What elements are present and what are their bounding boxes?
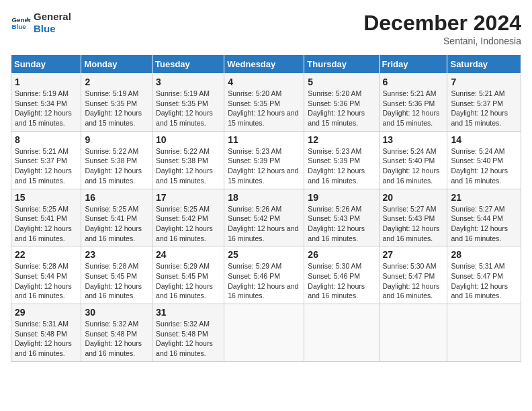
calendar-cell: 20Sunrise: 5:27 AM Sunset: 5:43 PM Dayli… bbox=[379, 189, 447, 246]
day-number: 18 bbox=[228, 192, 300, 203]
day-number: 13 bbox=[383, 134, 444, 145]
calendar-cell: 10Sunrise: 5:22 AM Sunset: 5:38 PM Dayli… bbox=[152, 131, 224, 189]
day-info: Sunrise: 5:31 AM Sunset: 5:48 PM Dayligh… bbox=[15, 319, 77, 359]
day-info: Sunrise: 5:20 AM Sunset: 5:35 PM Dayligh… bbox=[228, 89, 300, 128]
day-number: 14 bbox=[451, 134, 517, 145]
calendar-cell bbox=[447, 304, 521, 362]
day-info: Sunrise: 5:22 AM Sunset: 5:38 PM Dayligh… bbox=[85, 146, 148, 186]
day-number: 6 bbox=[383, 77, 444, 87]
day-info: Sunrise: 5:31 AM Sunset: 5:47 PM Dayligh… bbox=[451, 261, 517, 301]
day-number: 22 bbox=[15, 249, 77, 260]
day-number: 28 bbox=[451, 249, 517, 260]
day-number: 30 bbox=[85, 307, 148, 318]
day-info: Sunrise: 5:30 AM Sunset: 5:46 PM Dayligh… bbox=[308, 261, 375, 301]
calendar-cell bbox=[224, 304, 304, 362]
week-row-2: 8Sunrise: 5:21 AM Sunset: 5:37 PM Daylig… bbox=[11, 131, 521, 189]
calendar-cell: 6Sunrise: 5:21 AM Sunset: 5:36 PM Daylig… bbox=[379, 74, 447, 132]
calendar-cell: 24Sunrise: 5:29 AM Sunset: 5:45 PM Dayli… bbox=[152, 246, 224, 304]
page-header: General Blue General Blue December 2024 … bbox=[11, 11, 521, 46]
calendar-cell: 5Sunrise: 5:20 AM Sunset: 5:36 PM Daylig… bbox=[304, 74, 379, 132]
calendar-cell: 2Sunrise: 5:19 AM Sunset: 5:35 PM Daylig… bbox=[81, 74, 152, 132]
day-info: Sunrise: 5:27 AM Sunset: 5:44 PM Dayligh… bbox=[451, 204, 517, 244]
day-info: Sunrise: 5:25 AM Sunset: 5:41 PM Dayligh… bbox=[15, 204, 77, 244]
day-info: Sunrise: 5:24 AM Sunset: 5:40 PM Dayligh… bbox=[383, 146, 444, 186]
calendar-cell: 19Sunrise: 5:26 AM Sunset: 5:43 PM Dayli… bbox=[304, 189, 379, 246]
logo-blue: Blue bbox=[34, 23, 71, 35]
day-number: 29 bbox=[15, 307, 77, 318]
day-info: Sunrise: 5:28 AM Sunset: 5:44 PM Dayligh… bbox=[15, 261, 77, 301]
weekday-sunday: Sunday bbox=[11, 55, 81, 74]
day-number: 12 bbox=[308, 134, 375, 145]
calendar-cell: 22Sunrise: 5:28 AM Sunset: 5:44 PM Dayli… bbox=[11, 246, 81, 304]
calendar-body: 1Sunrise: 5:19 AM Sunset: 5:34 PM Daylig… bbox=[11, 74, 521, 362]
calendar-cell: 3Sunrise: 5:19 AM Sunset: 5:35 PM Daylig… bbox=[152, 74, 224, 132]
calendar-cell: 31Sunrise: 5:32 AM Sunset: 5:48 PM Dayli… bbox=[152, 304, 224, 362]
calendar-cell: 30Sunrise: 5:32 AM Sunset: 5:48 PM Dayli… bbox=[81, 304, 152, 362]
day-number: 23 bbox=[85, 249, 148, 260]
day-number: 2 bbox=[85, 77, 148, 87]
day-info: Sunrise: 5:32 AM Sunset: 5:48 PM Dayligh… bbox=[85, 319, 148, 359]
week-row-1: 1Sunrise: 5:19 AM Sunset: 5:34 PM Daylig… bbox=[11, 74, 521, 132]
day-number: 7 bbox=[451, 77, 517, 87]
day-number: 10 bbox=[156, 134, 220, 145]
svg-text:Blue: Blue bbox=[12, 23, 27, 30]
day-number: 31 bbox=[156, 307, 220, 318]
day-info: Sunrise: 5:23 AM Sunset: 5:39 PM Dayligh… bbox=[308, 146, 375, 186]
day-info: Sunrise: 5:19 AM Sunset: 5:35 PM Dayligh… bbox=[156, 89, 220, 128]
day-info: Sunrise: 5:21 AM Sunset: 5:37 PM Dayligh… bbox=[451, 89, 517, 128]
day-number: 17 bbox=[156, 192, 220, 203]
weekday-friday: Friday bbox=[379, 55, 447, 74]
calendar-cell: 16Sunrise: 5:25 AM Sunset: 5:41 PM Dayli… bbox=[81, 189, 152, 246]
logo-icon: General Blue bbox=[11, 13, 31, 33]
day-info: Sunrise: 5:28 AM Sunset: 5:45 PM Dayligh… bbox=[85, 261, 148, 301]
day-number: 26 bbox=[308, 249, 375, 260]
week-row-5: 29Sunrise: 5:31 AM Sunset: 5:48 PM Dayli… bbox=[11, 304, 521, 362]
day-info: Sunrise: 5:19 AM Sunset: 5:34 PM Dayligh… bbox=[15, 89, 77, 128]
day-number: 15 bbox=[15, 192, 77, 203]
calendar-cell: 14Sunrise: 5:24 AM Sunset: 5:40 PM Dayli… bbox=[447, 131, 521, 189]
day-info: Sunrise: 5:20 AM Sunset: 5:36 PM Dayligh… bbox=[308, 89, 375, 128]
day-info: Sunrise: 5:26 AM Sunset: 5:43 PM Dayligh… bbox=[308, 204, 375, 244]
day-info: Sunrise: 5:32 AM Sunset: 5:48 PM Dayligh… bbox=[156, 319, 220, 359]
calendar-cell: 15Sunrise: 5:25 AM Sunset: 5:41 PM Dayli… bbox=[11, 189, 81, 246]
calendar-cell: 29Sunrise: 5:31 AM Sunset: 5:48 PM Dayli… bbox=[11, 304, 81, 362]
day-number: 4 bbox=[228, 77, 300, 87]
day-number: 20 bbox=[383, 192, 444, 203]
calendar-cell: 18Sunrise: 5:26 AM Sunset: 5:42 PM Dayli… bbox=[224, 189, 304, 246]
day-number: 19 bbox=[308, 192, 375, 203]
day-number: 11 bbox=[228, 134, 300, 145]
day-number: 16 bbox=[85, 192, 148, 203]
day-info: Sunrise: 5:29 AM Sunset: 5:46 PM Dayligh… bbox=[228, 261, 300, 301]
calendar-table: SundayMondayTuesdayWednesdayThursdayFrid… bbox=[11, 54, 521, 362]
location: Sentani, Indonesia bbox=[363, 36, 521, 46]
calendar-cell: 17Sunrise: 5:25 AM Sunset: 5:42 PM Dayli… bbox=[152, 189, 224, 246]
logo-general: General bbox=[34, 11, 71, 23]
day-number: 5 bbox=[308, 77, 375, 87]
day-info: Sunrise: 5:27 AM Sunset: 5:43 PM Dayligh… bbox=[383, 204, 444, 244]
weekday-header-row: SundayMondayTuesdayWednesdayThursdayFrid… bbox=[11, 55, 521, 74]
day-info: Sunrise: 5:23 AM Sunset: 5:39 PM Dayligh… bbox=[228, 146, 300, 186]
calendar-cell: 28Sunrise: 5:31 AM Sunset: 5:47 PM Dayli… bbox=[447, 246, 521, 304]
calendar-cell: 23Sunrise: 5:28 AM Sunset: 5:45 PM Dayli… bbox=[81, 246, 152, 304]
weekday-tuesday: Tuesday bbox=[152, 55, 224, 74]
day-info: Sunrise: 5:26 AM Sunset: 5:42 PM Dayligh… bbox=[228, 204, 300, 244]
weekday-saturday: Saturday bbox=[447, 55, 521, 74]
calendar-cell: 11Sunrise: 5:23 AM Sunset: 5:39 PM Dayli… bbox=[224, 131, 304, 189]
day-info: Sunrise: 5:21 AM Sunset: 5:37 PM Dayligh… bbox=[15, 146, 77, 186]
day-number: 24 bbox=[156, 249, 220, 260]
calendar-cell: 4Sunrise: 5:20 AM Sunset: 5:35 PM Daylig… bbox=[224, 74, 304, 132]
calendar-cell: 7Sunrise: 5:21 AM Sunset: 5:37 PM Daylig… bbox=[447, 74, 521, 132]
day-number: 27 bbox=[383, 249, 444, 260]
calendar-cell: 25Sunrise: 5:29 AM Sunset: 5:46 PM Dayli… bbox=[224, 246, 304, 304]
weekday-thursday: Thursday bbox=[304, 55, 379, 74]
day-info: Sunrise: 5:25 AM Sunset: 5:41 PM Dayligh… bbox=[85, 204, 148, 244]
calendar-cell bbox=[379, 304, 447, 362]
day-info: Sunrise: 5:30 AM Sunset: 5:47 PM Dayligh… bbox=[383, 261, 444, 301]
calendar-cell: 12Sunrise: 5:23 AM Sunset: 5:39 PM Dayli… bbox=[304, 131, 379, 189]
day-number: 8 bbox=[15, 134, 77, 145]
calendar-cell: 21Sunrise: 5:27 AM Sunset: 5:44 PM Dayli… bbox=[447, 189, 521, 246]
weekday-wednesday: Wednesday bbox=[224, 55, 304, 74]
weekday-monday: Monday bbox=[81, 55, 152, 74]
day-info: Sunrise: 5:21 AM Sunset: 5:36 PM Dayligh… bbox=[383, 89, 444, 128]
calendar-cell bbox=[304, 304, 379, 362]
